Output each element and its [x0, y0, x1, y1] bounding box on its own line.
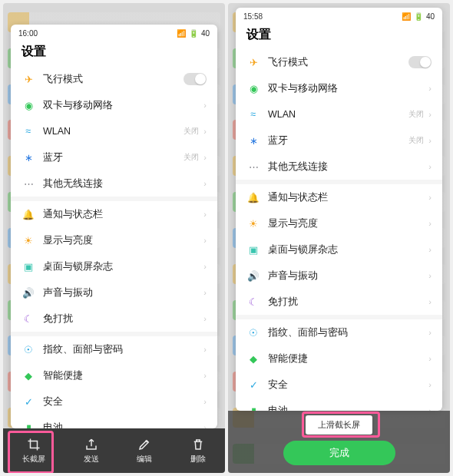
chevron-right-icon: › — [203, 101, 207, 110]
settings-row[interactable]: ◆智能便捷› — [11, 362, 217, 388]
row-label: 安全 — [268, 378, 428, 392]
chevron-right-icon: › — [203, 179, 207, 188]
row-icon: ⋯ — [246, 160, 260, 174]
row-label: 通知与状态栏 — [43, 208, 203, 221]
status-icons: 📶 🔋 40 — [402, 12, 435, 21]
row-label: 免打扰 — [268, 296, 428, 309]
screenshot-card: 16:00 📶 🔋 40 设置 ✈飞行模式◉双卡与移动网络›≈WLAN关闭›∗蓝… — [11, 25, 217, 428]
settings-row[interactable]: ✈飞行模式 — [236, 49, 442, 75]
toggle-switch[interactable] — [408, 56, 432, 68]
toolbar-label: 删除 — [190, 454, 206, 464]
chevron-right-icon: › — [428, 245, 432, 254]
settings-row[interactable]: ✓安全› — [11, 388, 217, 415]
share-button[interactable]: 发送 — [84, 438, 99, 464]
settings-row[interactable]: ∗蓝牙关闭› — [236, 127, 442, 154]
long-screenshot-footer: 上滑截长屏 完成 — [228, 411, 450, 473]
page-title: 设置 — [11, 42, 217, 66]
battery-icon: 🔋 — [414, 12, 423, 21]
chevron-right-icon: › — [428, 271, 432, 280]
battery-icon: 🔋 — [189, 29, 198, 38]
settings-row[interactable]: ⋯其他无线连接› — [236, 154, 442, 180]
edit-icon — [137, 438, 151, 451]
row-icon: ◆ — [246, 352, 260, 365]
row-label: 其他无线连接 — [43, 177, 203, 190]
row-label: 双卡与移动网络 — [268, 82, 428, 95]
settings-row[interactable]: ☾免打扰› — [236, 289, 442, 315]
settings-row[interactable]: ▣桌面与锁屏杂志› — [236, 236, 442, 263]
row-icon: ✓ — [246, 378, 260, 392]
row-label: 显示与亮度 — [268, 217, 428, 230]
settings-row[interactable]: 🔊声音与振动› — [11, 279, 217, 306]
settings-row[interactable]: 🔔通知与状态栏› — [11, 201, 217, 227]
chevron-right-icon: › — [428, 328, 432, 337]
row-icon: ◆ — [21, 369, 35, 382]
row-meta: 关闭 — [408, 135, 424, 146]
row-label: WLAN — [43, 126, 184, 137]
settings-row[interactable]: ☀显示与亮度› — [236, 210, 442, 236]
done-button[interactable]: 完成 — [283, 441, 395, 465]
status-time: 15:58 — [243, 12, 263, 21]
toggle-switch[interactable] — [184, 73, 207, 85]
row-icon: ▣ — [246, 243, 260, 256]
row-icon: ∗ — [246, 134, 260, 147]
row-icon: ▣ — [21, 259, 35, 273]
settings-row[interactable]: ∗蓝牙关闭› — [11, 144, 217, 170]
chevron-right-icon: › — [203, 262, 207, 271]
chevron-right-icon: › — [428, 136, 432, 145]
crop-button[interactable]: 长截屏 — [22, 438, 45, 464]
page-title: 设置 — [236, 25, 442, 49]
chevron-right-icon: › — [203, 288, 207, 297]
settings-row[interactable]: ☾免打扰› — [11, 306, 217, 332]
settings-row[interactable]: ▮电池› — [236, 398, 442, 411]
row-icon: 🔔 — [246, 190, 260, 204]
settings-list-right[interactable]: ✈飞行模式◉双卡与移动网络›≈WLAN关闭›∗蓝牙关闭›⋯其他无线连接›🔔通知与… — [236, 49, 442, 411]
settings-list-left[interactable]: ✈飞行模式◉双卡与移动网络›≈WLAN关闭›∗蓝牙关闭›⋯其他无线连接›🔔通知与… — [11, 66, 217, 428]
row-icon: ≈ — [246, 107, 260, 121]
swipe-hint: 上滑截长屏 — [306, 415, 372, 435]
row-icon: ☀ — [21, 233, 35, 247]
row-icon: ☾ — [21, 312, 35, 326]
chevron-right-icon: › — [428, 219, 432, 228]
chevron-right-icon: › — [203, 127, 207, 136]
settings-row[interactable]: ◉双卡与移动网络› — [236, 75, 442, 101]
signal-icon: 📶 — [402, 12, 411, 21]
chevron-right-icon: › — [428, 110, 432, 119]
row-icon: 🔔 — [21, 207, 35, 221]
settings-row[interactable]: ▮电池› — [11, 415, 217, 428]
chevron-right-icon: › — [203, 397, 207, 406]
settings-row[interactable]: 🔊声音与振动› — [236, 263, 442, 289]
settings-row[interactable]: ✓安全› — [236, 372, 442, 398]
chevron-right-icon: › — [203, 371, 207, 380]
row-meta: 关闭 — [184, 152, 199, 163]
chevron-right-icon: › — [428, 193, 432, 202]
settings-row[interactable]: ☉指纹、面部与密码› — [11, 336, 217, 362]
row-label: 显示与亮度 — [43, 234, 203, 247]
row-icon: ☉ — [21, 342, 35, 356]
row-label: 飞行模式 — [43, 73, 184, 86]
row-label: 智能便捷 — [268, 352, 428, 365]
settings-row[interactable]: ◆智能便捷› — [236, 345, 442, 372]
screenshot-toolbar: 长截屏发送编辑删除 — [3, 428, 225, 473]
row-label: 双卡与移动网络 — [43, 99, 203, 112]
settings-row[interactable]: 🔔通知与状态栏› — [236, 184, 442, 210]
settings-row[interactable]: ▣桌面与锁屏杂志› — [11, 253, 217, 279]
delete-button[interactable]: 删除 — [190, 438, 206, 464]
status-bar: 15:58 📶 🔋 40 — [236, 8, 442, 25]
settings-row[interactable]: ⋯其他无线连接› — [11, 170, 217, 197]
row-label: 通知与状态栏 — [268, 191, 428, 204]
edit-button[interactable]: 编辑 — [137, 438, 152, 464]
settings-row[interactable]: ◉双卡与移动网络› — [11, 92, 217, 118]
row-icon: 🔊 — [21, 286, 35, 299]
settings-row[interactable]: ☀显示与亮度› — [11, 227, 217, 253]
phone-left: 16:00 📶 🔋 40 设置 ✈飞行模式◉双卡与移动网络›≈WLAN关闭›∗蓝… — [3, 3, 225, 473]
share-icon — [84, 438, 98, 451]
settings-row[interactable]: ✈飞行模式 — [11, 66, 217, 92]
row-icon: ◉ — [21, 98, 35, 112]
row-label: 桌面与锁屏杂志 — [43, 260, 203, 273]
row-label: 桌面与锁屏杂志 — [268, 243, 428, 256]
phone-right: 15:58 📶 🔋 40 设置 ✈飞行模式◉双卡与移动网络›≈WLAN关闭›∗蓝… — [228, 3, 450, 473]
settings-row[interactable]: ☉指纹、面部与密码› — [236, 319, 442, 345]
row-icon: ▮ — [21, 421, 35, 428]
settings-row[interactable]: ≈WLAN关闭› — [11, 118, 217, 144]
settings-row[interactable]: ≈WLAN关闭› — [236, 101, 442, 127]
